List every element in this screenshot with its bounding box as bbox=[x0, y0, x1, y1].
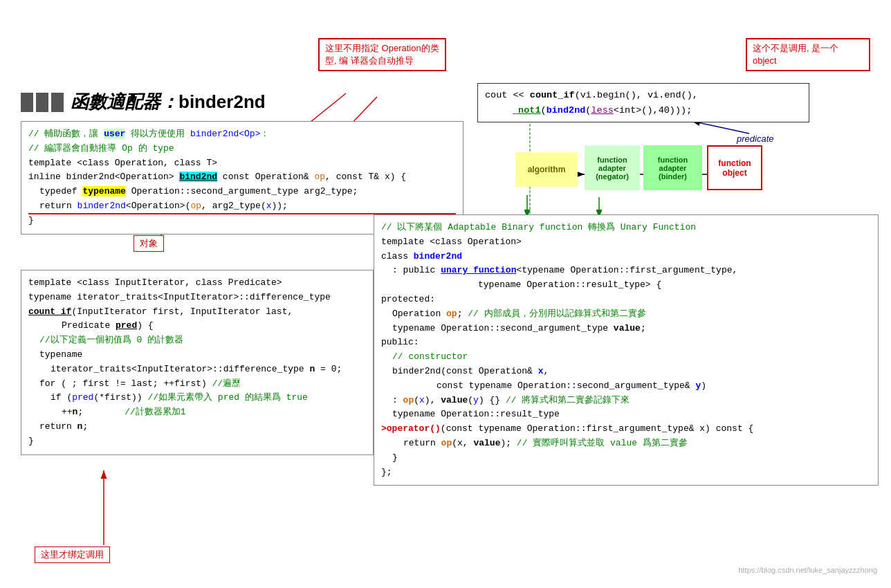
ci-line4: Predicate pred) { bbox=[62, 319, 366, 333]
class-line10: // constructor bbox=[392, 350, 871, 365]
code-box-class: // 以下將某個 Adaptable Binary function 轉換爲 U… bbox=[374, 214, 879, 486]
class-line8: typename Operation::second_argument_type… bbox=[392, 322, 871, 336]
ci-line11: return n; bbox=[39, 420, 366, 434]
title-bars bbox=[21, 93, 64, 112]
binder-line2: // 編譯器會自動推導 Op 的 type bbox=[28, 142, 456, 156]
label-binding: 这里才绑定调用 bbox=[35, 546, 110, 563]
ci-line12: } bbox=[28, 434, 366, 449]
code-box-call: cout << count_if(vi.begin(), vi.end(), _… bbox=[477, 83, 809, 122]
ci-line2: typename iterator_traits<InputIterator>:… bbox=[28, 291, 366, 305]
bar-1 bbox=[21, 93, 33, 112]
ci-line3: count_if(InputIterator first, InputItera… bbox=[28, 305, 366, 320]
ci-line8: for ( ; first != last; ++first) //遍歷 bbox=[39, 377, 366, 392]
class-line18: }; bbox=[381, 466, 871, 480]
ci-line5: //以下定義一個初值爲 0 的計數器 bbox=[39, 333, 366, 348]
diagram-binder: function adapter (binder) bbox=[643, 145, 702, 190]
title-area: 函數適配器：binder2nd bbox=[21, 90, 266, 114]
class-line2: template <class Operation> bbox=[381, 235, 871, 250]
function-object-label: function object bbox=[718, 158, 751, 178]
annotation-top-right: 这个不是调用, 是一个object bbox=[746, 38, 870, 71]
label-obj-text: 对象 bbox=[140, 238, 158, 248]
binder-line1: // 輔助函數，讓 user 得以方便使用 binder2nd<Op>： bbox=[28, 127, 456, 142]
ci-line1: template <class InputIterator, class Pre… bbox=[28, 276, 366, 291]
label-obj: 对象 bbox=[134, 235, 164, 252]
negator-label: function adapter (negator) bbox=[596, 156, 629, 181]
binder-line6: return binder2nd<Operation>(op, arg2_typ… bbox=[39, 199, 456, 214]
call-line2: _not1(bind2nd(less<int>(),40))); bbox=[485, 103, 802, 118]
bar-3 bbox=[51, 93, 64, 112]
binder-line4: inline binder2nd<Operation> bind2nd cons… bbox=[28, 170, 456, 185]
label-binding-text: 这里才绑定调用 bbox=[41, 549, 104, 560]
diagram-function-object: function object bbox=[707, 145, 762, 190]
class-line9: public: bbox=[381, 336, 871, 350]
page-title: 函數適配器：binder2nd bbox=[71, 90, 266, 114]
class-line17: } bbox=[392, 451, 871, 466]
ci-line10: ++n;//計數器累加1 bbox=[62, 405, 366, 420]
page-container: 函數適配器：binder2nd 这里不用指定 Operation的类型, 编 译… bbox=[0, 0, 891, 588]
diagram-negator: function adapter (negator) bbox=[585, 145, 640, 190]
class-line1: // 以下將某個 Adaptable Binary function 轉換爲 U… bbox=[381, 221, 871, 235]
class-line6: protected: bbox=[381, 293, 871, 307]
code-box-countif: template <class InputIterator, class Pre… bbox=[21, 270, 374, 455]
svg-line-9 bbox=[692, 121, 749, 134]
bar-2 bbox=[36, 93, 48, 112]
class-line3: class binder2nd bbox=[381, 250, 871, 264]
annotation-top-left: 这里不用指定 Operation的类型, 编 译器会自动推导 bbox=[318, 38, 446, 71]
class-line11: binder2nd(const Operation& x, bbox=[392, 365, 871, 379]
binder-line5: typedef typename Operation::second_argum… bbox=[39, 185, 456, 199]
class-line12: const typename Operation::second_argumen… bbox=[437, 379, 871, 394]
class-line16: return op(x, value); // 實際呼叫算式並取 value 爲… bbox=[403, 437, 871, 451]
class-line7: Operation op; // 内部成員，分別用以記錄算式和第二實參 bbox=[392, 307, 871, 322]
binder-label: function adapter (binder) bbox=[658, 156, 688, 181]
class-line13: : op(x), value(y) {} // 將算式和第二實參記錄下來 bbox=[392, 394, 871, 408]
algorithm-label: algorithm bbox=[528, 165, 566, 174]
title-bold-part: binder2nd bbox=[178, 91, 266, 112]
ci-line9: if (pred(*first)) //如果元素帶入 pred 的結果爲 tru… bbox=[50, 391, 366, 405]
class-line15: >operator()(const typename Operation::fi… bbox=[381, 422, 871, 437]
ci-line6: typename bbox=[39, 348, 366, 362]
ci-line7: iterator_traits<InputIterator>::differen… bbox=[50, 362, 366, 377]
watermark: https://blog.csdn.net/luke_sanjayzzzhong bbox=[738, 566, 877, 574]
diagram-area: algorithm function adapter (negator) fun… bbox=[477, 138, 809, 221]
watermark-text: https://blog.csdn.net/luke_sanjayzzzhong bbox=[738, 566, 877, 574]
call-line1: cout << count_if(vi.begin(), vi.end(), bbox=[485, 88, 802, 103]
class-line4: : public unary_function<typename Operati… bbox=[392, 264, 871, 278]
annotation-top-left-text: 这里不用指定 Operation的类型, 编 译器会自动推导 bbox=[325, 43, 439, 66]
class-line14: typename Operation::result_type bbox=[392, 407, 871, 422]
class-line5: typename Operation::result_type> { bbox=[478, 278, 871, 293]
annotation-top-right-text: 这个不是调用, 是一个object bbox=[753, 43, 838, 66]
diagram-algorithm: algorithm bbox=[515, 152, 578, 187]
binder-line3: template <class Operation, class T> bbox=[28, 156, 456, 171]
